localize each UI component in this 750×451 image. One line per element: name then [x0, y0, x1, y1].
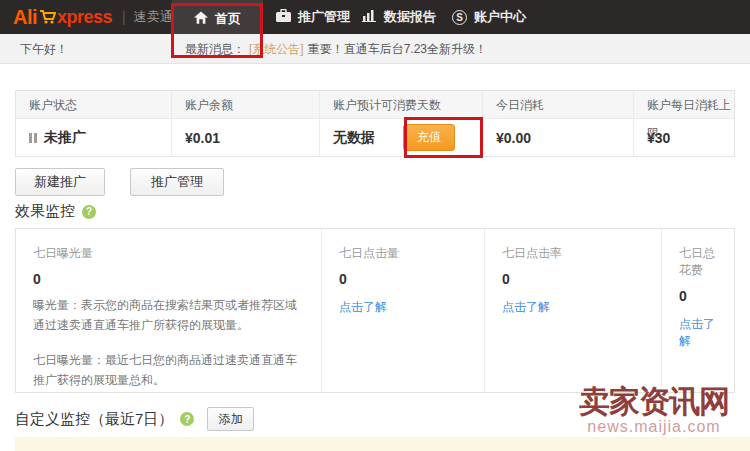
nav-tab-home-label: 首页 — [215, 10, 241, 28]
effect-monitor-header: 效果监控 ? — [15, 202, 96, 221]
daily-limit-cell: ¥30 — [633, 119, 734, 156]
news-text: 重要！直通车后台7.23全新升级！ — [308, 42, 487, 56]
paused-status-icon — [29, 133, 37, 143]
account-table-header: 账户状态 账户余额 账户预计可消费天数 今日消耗 账户每日消耗上限 — [16, 91, 734, 119]
header-estimated-days: 账户预计可消费天数 — [319, 91, 482, 118]
account-balance-value: ¥0.01 — [185, 130, 220, 146]
metric-label: 七日曝光量 — [33, 245, 307, 262]
account-status-value: 未推广 — [44, 129, 86, 147]
header-daily-limit: 账户每日消耗上限 — [633, 91, 734, 118]
nav-tab-data-report[interactable]: 数据报告 — [362, 0, 436, 34]
new-promotion-button[interactable]: 新建推广 — [15, 168, 105, 196]
effect-monitor-panel: 七日曝光量 0 曝光量：表示您的商品在搜索结果页或者推荐区域通过速卖通直通车推广… — [15, 228, 735, 393]
metric-value: 0 — [502, 271, 647, 287]
header-account-balance: 账户余额 — [171, 91, 319, 118]
learn-more-link[interactable]: 点击了解 — [502, 299, 647, 316]
account-summary-table: 账户状态 账户余额 账户预计可消费天数 今日消耗 账户每日消耗上限 未推广 ¥0… — [15, 90, 735, 157]
bar-chart-icon — [362, 9, 377, 25]
logo-text-xpress: xpress — [57, 7, 112, 28]
metric-card-clicks: 七日点击量 0 点击了解 — [321, 229, 484, 392]
help-icon[interactable]: ? — [180, 412, 194, 426]
logo-divider: | — [122, 9, 126, 25]
metric-value: 0 — [679, 288, 720, 304]
effect-monitor-title: 效果监控 — [15, 202, 75, 221]
today-spend-value: ¥0.00 — [496, 130, 531, 146]
watermark-title: 卖家资讯网 — [562, 385, 746, 419]
metric-value: 0 — [33, 271, 307, 287]
learn-more-link[interactable]: 点击了解 — [339, 299, 470, 316]
daily-limit-value: ¥30 — [647, 130, 670, 146]
metric-description-2: 七日曝光量：最近七日您的商品通过速卖通直通车推广获得的展现量总和。 — [33, 350, 305, 390]
nav-tab-promotion-management[interactable]: 推广管理 — [276, 0, 350, 34]
news-label: 最新消息： — [185, 42, 245, 56]
metric-label: 七日总花费 — [679, 245, 720, 279]
top-nav-bar: Ali xpress | 速卖通直通车 首页 — [0, 0, 750, 34]
nav-tab-account-center[interactable]: S 账户中心 — [452, 0, 526, 34]
nav-tab-home[interactable]: 首页 — [172, 0, 263, 38]
add-button[interactable]: 添加 — [207, 407, 254, 431]
account-balance-cell: ¥0.01 — [171, 119, 319, 156]
nav-tab-account-label: 账户中心 — [474, 8, 526, 26]
metric-card-total-spend: 七日总花费 0 点击了解 — [661, 229, 734, 392]
header-today-spend: 今日消耗 — [482, 91, 633, 118]
metric-label: 七日点击率 — [502, 245, 647, 262]
announcement-tag: [系统公告] — [249, 42, 304, 56]
watermark: 卖家资讯网 news.maijia.com — [562, 385, 746, 436]
nav-tab-promotion-label: 推广管理 — [298, 8, 350, 26]
recharge-button[interactable]: 充值 — [403, 124, 455, 151]
account-table-row: 未推广 ¥0.01 无数据 充值 ¥0.00 ¥30 — [16, 119, 734, 156]
page: Ali xpress | 速卖通直通车 首页 — [0, 0, 750, 451]
promotion-management-button[interactable]: 推广管理 — [130, 168, 224, 196]
metric-card-exposure: 七日曝光量 0 曝光量：表示您的商品在搜索结果页或者推荐区域通过速卖通直通车推广… — [16, 229, 321, 392]
message-bar: 下午好！ 最新消息：[系统公告]重要！直通车后台7.23全新升级！ — [0, 34, 750, 64]
greeting-text: 下午好！ — [20, 34, 68, 64]
briefcase-icon — [276, 9, 291, 25]
metric-card-ctr: 七日点击率 0 点击了解 — [484, 229, 661, 392]
metric-description-1: 曝光量：表示您的商品在搜索结果页或者推荐区域通过速卖通直通车推广所获得的展现量。 — [33, 295, 305, 335]
cart-icon — [39, 10, 56, 28]
learn-more-link[interactable]: 点击了解 — [679, 316, 720, 350]
logo-text-ali: Ali — [13, 6, 37, 29]
custom-monitor-title: 自定义监控（最近7日） — [15, 410, 173, 429]
today-spend-cell: ¥0.00 — [482, 119, 633, 156]
account-status-cell: 未推广 — [16, 119, 171, 156]
home-icon — [194, 11, 208, 27]
nav-tab-report-label: 数据报告 — [384, 8, 436, 26]
help-icon[interactable]: ? — [82, 205, 96, 219]
custom-monitor-empty-bar — [15, 437, 750, 451]
header-account-status: 账户状态 — [16, 91, 171, 118]
dollar-circle-icon: S — [452, 10, 467, 25]
watermark-domain: news.maijia.com — [562, 418, 746, 436]
metric-value: 0 — [339, 271, 470, 287]
estimated-days-cell: 无数据 充值 — [319, 119, 482, 156]
metric-label: 七日点击量 — [339, 245, 470, 262]
custom-monitor-header: 自定义监控（最近7日） ? 添加 — [15, 407, 254, 431]
latest-news[interactable]: 最新消息：[系统公告]重要！直通车后台7.23全新升级！ — [185, 34, 487, 64]
estimated-days-value: 无数据 — [333, 129, 375, 147]
